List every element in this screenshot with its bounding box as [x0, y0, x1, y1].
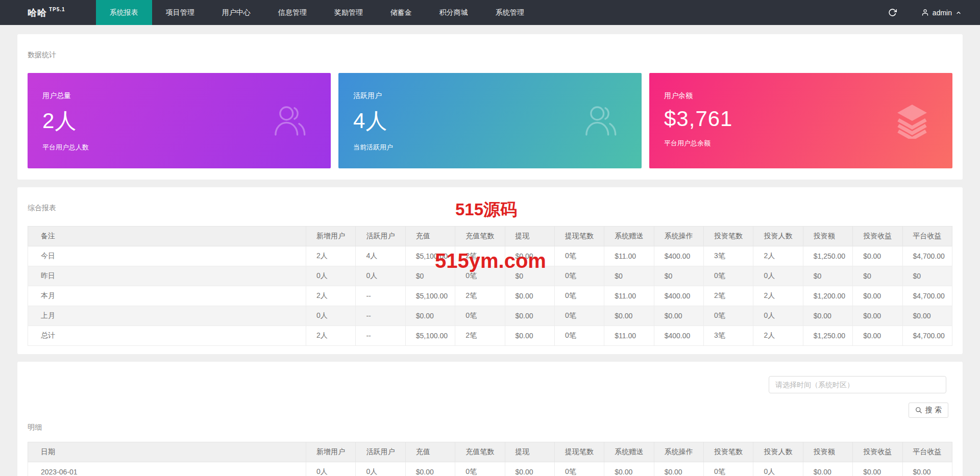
admin-dropdown[interactable]: admin: [921, 9, 962, 17]
column-header: 充值: [405, 227, 455, 246]
table-cell: --: [356, 306, 405, 326]
row-label: 昨日: [28, 266, 306, 286]
table-cell: $0.00: [654, 462, 703, 476]
table-cell: 0笔: [554, 246, 604, 266]
table-cell: $0.00: [654, 306, 703, 326]
stat-card-user-balance: 用户余额 $3,761 平台用户总余额: [649, 73, 952, 168]
navbar-right: admin: [888, 0, 980, 25]
stat-card-title: 活跃用户: [353, 91, 642, 101]
column-header: 活跃用户: [356, 227, 405, 246]
date-range-input[interactable]: [769, 376, 946, 393]
table-cell: $5,100.00: [405, 286, 455, 306]
table-cell: 0人: [306, 462, 356, 476]
row-label: 今日: [28, 246, 306, 266]
table-cell: $0: [405, 266, 455, 286]
nav-item-reward-management[interactable]: 奖励管理: [321, 0, 377, 25]
column-header: 投资笔数: [704, 227, 753, 246]
table-cell: 0人: [306, 266, 356, 286]
table-cell: $0.00: [803, 306, 852, 326]
search-button[interactable]: 搜 索: [909, 403, 948, 418]
table-cell: $0.00: [405, 306, 455, 326]
table-cell: $11.00: [604, 246, 654, 266]
table-cell: 2笔: [455, 326, 505, 346]
nav-item-info-management[interactable]: 信息管理: [264, 0, 321, 25]
table-row: 上月0人--$0.000笔$0.000笔$0.00$0.000笔0人$0.00$…: [28, 306, 952, 326]
table-cell: 0人: [753, 306, 803, 326]
table-cell: 2人: [753, 246, 803, 266]
nav-item-points-mall[interactable]: 积分商城: [426, 0, 482, 25]
table-cell: $0: [853, 266, 902, 286]
table-cell: 0笔: [554, 326, 604, 346]
column-header: 新增用户: [306, 227, 356, 246]
table-cell: 0笔: [554, 462, 604, 476]
column-header: 系统操作: [654, 227, 703, 246]
detail-report-table: 日期新增用户活跃用户充值充值笔数提现提现笔数系统赠送系统操作投资笔数投资人数投资…: [28, 442, 952, 476]
table-cell: $0.00: [505, 306, 554, 326]
users-icon: [272, 103, 308, 139]
table-cell: $4,700.00: [902, 286, 952, 306]
refresh-button[interactable]: [888, 8, 897, 17]
column-header: 提现笔数: [554, 442, 604, 462]
column-header: 投资额: [803, 442, 852, 462]
chevron-up-icon: [955, 10, 962, 16]
stat-card-total-users: 用户总量 2人 平台用户总人数: [28, 73, 331, 168]
table-cell: 0笔: [554, 286, 604, 306]
column-header: 投资人数: [753, 227, 803, 246]
nav-item-project-management[interactable]: 项目管理: [152, 0, 208, 25]
table-cell: 2人: [306, 286, 356, 306]
summary-report-panel: 515源码 515ym.com 综合报表 备注新增用户活跃用户充值充值笔数提现提…: [17, 187, 963, 354]
table-cell: 0笔: [704, 266, 753, 286]
column-header: 系统操作: [654, 442, 703, 462]
column-header: 提现: [505, 442, 554, 462]
table-cell: $4,700.00: [902, 326, 952, 346]
table-cell: $0.00: [853, 462, 902, 476]
table-cell: $11.00: [604, 286, 654, 306]
stats-section-title: 数据统计: [28, 51, 952, 60]
user-icon: [921, 9, 929, 16]
column-header: 系统赠送: [604, 227, 654, 246]
table-cell: $0: [604, 266, 654, 286]
app-logo[interactable]: 哈哈 TP5.1: [0, 0, 96, 25]
table-cell: $1,250.00: [803, 326, 852, 346]
stat-card-active-users: 活跃用户 4人 当前活跃用户: [338, 73, 642, 168]
nav-item-system-reports[interactable]: 系统报表: [96, 0, 152, 25]
search-icon: [915, 407, 922, 414]
table-row: 2023-06-010人0人$0.000笔$0.000笔$0.00$0.000笔…: [28, 462, 952, 476]
table-cell: $0.00: [505, 286, 554, 306]
table-cell: 0人: [356, 462, 405, 476]
table-cell: 3笔: [704, 246, 753, 266]
table-cell: 0笔: [455, 462, 505, 476]
top-navbar: 哈哈 TP5.1 系统报表项目管理用户中心信息管理奖励管理储蓄金积分商城系统管理…: [0, 0, 980, 25]
stat-card-title: 用户总量: [42, 91, 331, 101]
column-header: 投资收益: [853, 227, 902, 246]
stat-card-title: 用户余额: [664, 91, 952, 101]
table-cell: $0.00: [505, 326, 554, 346]
nav-item-savings[interactable]: 储蓄金: [377, 0, 426, 25]
table-cell: 0人: [356, 266, 405, 286]
table-cell: 0人: [753, 462, 803, 476]
summary-section-title: 综合报表: [28, 204, 952, 213]
table-cell: 2笔: [455, 246, 505, 266]
column-header: 投资收益: [853, 442, 902, 462]
table-cell: 2笔: [455, 286, 505, 306]
table-cell: $0.00: [505, 246, 554, 266]
stats-panel: 数据统计 用户总量 2人 平台用户总人数 活跃用户 4人 当前活跃用户: [17, 34, 963, 180]
row-label: 上月: [28, 306, 306, 326]
table-cell: $0: [902, 266, 952, 286]
table-cell: $0.00: [902, 462, 952, 476]
stat-card-subtitle: 平台用户总余额: [664, 139, 952, 148]
table-row: 本月2人--$5,100.002笔$0.000笔$11.00$400.002笔2…: [28, 286, 952, 306]
column-header: 活跃用户: [356, 442, 405, 462]
table-row: 昨日0人0人$00笔$00笔$0$00笔0人$0$0$0: [28, 266, 952, 286]
table-cell: $0.00: [604, 462, 654, 476]
nav-item-system-management[interactable]: 系统管理: [482, 0, 538, 25]
table-cell: $1,250.00: [803, 246, 852, 266]
app-version-label: TP5.1: [49, 7, 65, 12]
column-header: 提现笔数: [554, 227, 604, 246]
table-row: 总计2人--$5,100.002笔$0.000笔$11.00$400.003笔2…: [28, 326, 952, 346]
column-header: 新增用户: [306, 442, 356, 462]
table-cell: --: [356, 326, 405, 346]
table-cell: $11.00: [604, 326, 654, 346]
nav-item-user-center[interactable]: 用户中心: [208, 0, 264, 25]
table-row: 今日2人4人$5,100.002笔$0.000笔$11.00$400.003笔2…: [28, 246, 952, 266]
